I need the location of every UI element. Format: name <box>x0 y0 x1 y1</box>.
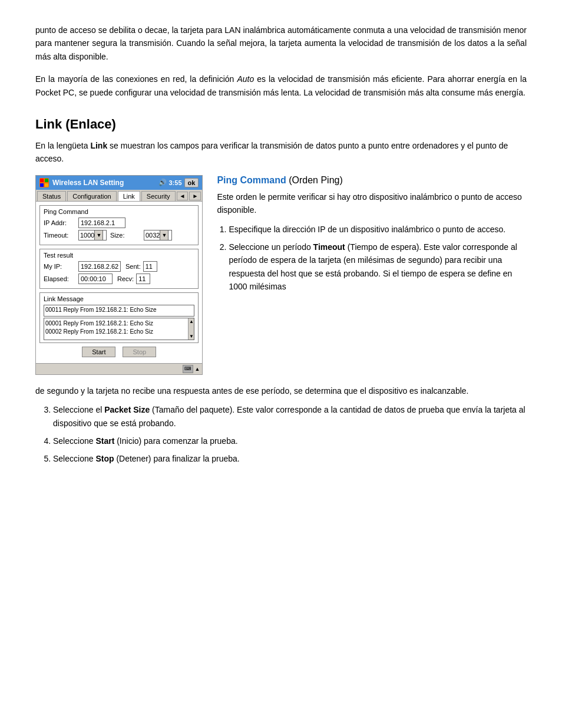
tab-arrow-left[interactable]: ◄ <box>177 192 189 200</box>
ping-description: Este orden le permite verificar si hay o… <box>217 190 527 217</box>
page-content: punto de acceso se debilita o decae, la … <box>35 24 527 466</box>
bottom-step-4: Seleccione Start (Inicio) para comenzar … <box>53 434 527 447</box>
scrollbar[interactable]: ▲ ▼ <box>188 318 194 340</box>
tab-security[interactable]: Security <box>141 191 176 201</box>
test-result-group: Test result My IP: Sent: Elapsed: Recv: <box>39 249 199 289</box>
ping-command-group: Ping Command IP Addr: Timeout: 1000 ▼ Si… <box>39 205 199 245</box>
link-msg1: 00011 Reply From 192.168.2.1: Echo Size <box>45 307 156 313</box>
tab-status[interactable]: Status <box>37 191 66 201</box>
link-message-box1: 00011 Reply From 192.168.2.1: Echo Size <box>44 305 194 317</box>
elapsed-row: Elapsed: Recv: <box>44 274 194 284</box>
ping-subsection-title: Ping Command (Orden Ping) <box>217 175 527 186</box>
svg-rect-3 <box>45 183 48 187</box>
link-message-box2[interactable]: 00001 Reply From 192.168.2.1: Echo Siz 0… <box>44 318 194 340</box>
timeout-label: Timeout: <box>44 232 76 239</box>
keyboard-icon[interactable]: ⌨ <box>183 365 193 373</box>
timeout-row: Timeout: 1000 ▼ Size: 0032 ▼ <box>44 230 194 241</box>
link-message-title: Link Message <box>44 295 194 302</box>
tab-arrows: ◄ ► <box>177 192 201 200</box>
windows-icon <box>39 178 49 187</box>
scroll-down[interactable]: ▼ <box>189 334 194 339</box>
myip-label: My IP: <box>44 263 76 270</box>
size-select[interactable]: 0032 ▼ <box>144 230 172 241</box>
svg-rect-2 <box>40 183 44 187</box>
ping-command-title: Ping Command <box>44 208 194 215</box>
packet-size-bold: Packet Size <box>104 405 150 414</box>
link-message-inner: 00001 Reply From 192.168.2.1: Echo Siz 0… <box>45 319 193 336</box>
time-display: 3:55 <box>169 179 182 186</box>
size-arrow[interactable]: ▼ <box>160 230 168 241</box>
titlebar-left: Wireless LAN Setting <box>39 178 124 187</box>
two-column-layout: Wireless LAN Setting 🔊 3:55 ok Status Co… <box>35 175 527 375</box>
test-result-title: Test result <box>44 252 194 259</box>
intro-para-1: punto de acceso se debilita o decae, la … <box>35 24 527 63</box>
section-intro: En la lengüeta Link se muestran los camp… <box>35 139 527 166</box>
device-tabs: Status Configuration Link Security ◄ ► <box>36 190 202 202</box>
timeout-bold: Timeout <box>313 242 345 252</box>
link-msg2: 00001 Reply From 192.168.2.1: Echo Siz <box>45 319 193 328</box>
ping-steps-list: Especifique la dirección IP de un dispos… <box>229 223 527 294</box>
device-screenshot: Wireless LAN Setting 🔊 3:55 ok Status Co… <box>35 175 203 375</box>
stop-button[interactable]: Stop <box>123 347 156 357</box>
ping-step-2: Seleccione un período Timeout (Tiempo de… <box>229 241 527 294</box>
size-label: Size: <box>110 232 143 239</box>
ok-button[interactable]: ok <box>184 178 199 187</box>
svg-rect-1 <box>45 179 48 182</box>
tab-configuration[interactable]: Configuration <box>67 191 116 201</box>
tab-arrow-right[interactable]: ► <box>189 192 201 200</box>
timeout-select[interactable]: 1000 ▼ <box>78 230 107 241</box>
bottom-continuation: de segundo y la tarjeta no recibe una re… <box>35 384 527 397</box>
recv-input[interactable] <box>136 274 150 284</box>
tab-link[interactable]: Link <box>118 191 140 201</box>
timeout-value: 1000 <box>80 232 94 239</box>
footer-arrow: ▲ <box>194 366 200 372</box>
timeout-arrow[interactable]: ▼ <box>94 230 103 241</box>
size-value: 0032 <box>146 232 160 239</box>
device-footer: ⌨ ▲ <box>36 363 202 374</box>
stop-bold: Stop <box>95 454 114 463</box>
bottom-list: Seleccione el Packet Size (Tamaño del pa… <box>53 403 527 466</box>
ip-input[interactable] <box>78 218 125 228</box>
start-bold: Start <box>95 436 114 446</box>
device-titlebar: Wireless LAN Setting 🔊 3:55 ok <box>36 176 202 190</box>
intro-para-2-prefix: En la mayoría de las conexiones en red, … <box>35 74 237 84</box>
sent-label: Sent: <box>125 263 141 270</box>
signal-icon: 🔊 <box>158 179 167 186</box>
device-action-buttons: Start Stop <box>39 347 199 357</box>
myip-input[interactable] <box>78 261 121 272</box>
link-message-group: Link Message 00011 Reply From 192.168.2.… <box>39 292 199 343</box>
ip-row: IP Addr: <box>44 218 194 228</box>
right-column: Ping Command (Orden Ping) Este orden le … <box>217 175 527 298</box>
bottom-step-3: Seleccione el Packet Size (Tamaño del pa… <box>53 403 527 430</box>
link-msg3: 00002 Reply From 192.168.2.1: Echo Siz <box>45 328 193 336</box>
start-button[interactable]: Start <box>82 347 115 357</box>
intro-para-2-italic: Auto <box>237 74 254 84</box>
recv-label: Recv: <box>117 275 134 282</box>
section-title: Link (Enlace) <box>35 117 527 132</box>
device-title: Wireless LAN Setting <box>52 179 124 187</box>
intro-para-2: En la mayoría de las conexiones en red, … <box>35 73 527 99</box>
bottom-step-5: Seleccione Stop (Detener) para finalizar… <box>53 452 527 465</box>
elapsed-label: Elapsed: <box>44 275 76 282</box>
svg-rect-0 <box>40 179 44 182</box>
ip-label: IP Addr: <box>44 219 76 226</box>
device-body: Ping Command IP Addr: Timeout: 1000 ▼ Si… <box>36 202 202 363</box>
myip-row: My IP: Sent: <box>44 261 194 272</box>
elapsed-input[interactable] <box>78 274 113 284</box>
scroll-up[interactable]: ▲ <box>189 319 194 324</box>
sent-input[interactable] <box>143 261 157 272</box>
time-area: 🔊 3:55 ok <box>158 178 199 187</box>
ping-title-bold: Ping Command <box>217 175 286 185</box>
ping-title-alt: (Orden Ping) <box>289 175 343 185</box>
ping-step-1: Especifique la dirección IP de un dispos… <box>229 223 527 236</box>
